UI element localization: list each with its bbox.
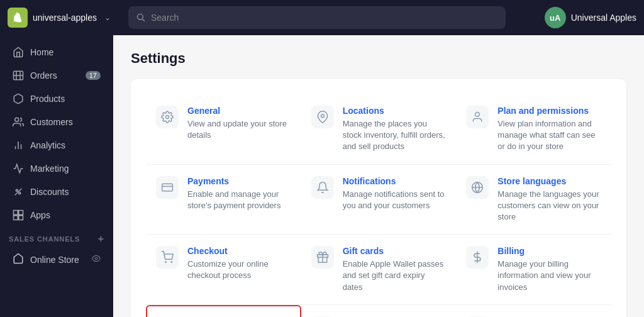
- sidebar-item-discounts-label: Discounts: [30, 187, 69, 197]
- settings-item-checkout: Checkout Customize your online checkout …: [146, 235, 301, 305]
- analytics-icon: [13, 140, 24, 151]
- user-area: uA Universal Apples: [545, 7, 636, 28]
- store-languages-text: Store languages Manage the languages you…: [497, 176, 601, 223]
- sidebar-item-products[interactable]: Products: [4, 87, 109, 110]
- sidebar-item-analytics[interactable]: Analytics: [4, 134, 109, 157]
- settings-item-notifications: Notifications Manage notifications sent …: [301, 165, 457, 235]
- eye-icon[interactable]: [92, 254, 101, 265]
- svg-point-10: [16, 189, 18, 191]
- svg-rect-21: [162, 184, 173, 191]
- settings-item-payments: Payments Enable and manage your store's …: [146, 165, 301, 235]
- svg-point-18: [166, 116, 169, 119]
- shopify-logo: [8, 8, 28, 28]
- general-icon: [156, 106, 179, 128]
- sidebar-item-apps-label: Apps: [30, 210, 50, 220]
- orders-icon: [13, 70, 24, 81]
- sidebar-item-apps[interactable]: Apps: [4, 204, 109, 226]
- svg-point-26: [171, 262, 172, 263]
- billing-title[interactable]: Billing: [497, 246, 601, 256]
- plan-permissions-text: Plan and permissions View plan informati…: [497, 106, 601, 153]
- settings-item-legal: Legal Manage your store's legal pages: [456, 305, 611, 317]
- billing-desc: Manage your billing information and view…: [497, 259, 601, 293]
- notifications-icon: [311, 176, 334, 199]
- home-icon: [13, 47, 24, 58]
- page-title: Settings: [131, 50, 626, 67]
- settings-item-plan-permissions: Plan and permissions View plan informati…: [456, 94, 611, 165]
- settings-item-locations: Locations Manage the places you stock in…: [301, 94, 457, 165]
- search-bar[interactable]: [128, 6, 506, 29]
- sales-channels-label: SALES CHANNELS: [9, 235, 80, 243]
- svg-rect-16: [19, 216, 23, 220]
- sidebar-item-marketing[interactable]: Marketing: [4, 157, 109, 180]
- payments-title[interactable]: Payments: [187, 176, 291, 186]
- general-text: General View and update your store detai…: [187, 106, 291, 141]
- sidebar-item-online-store[interactable]: Online Store: [4, 248, 109, 271]
- settings-item-gift-cards: Gift cards Enable Apple Wallet passes an…: [301, 235, 457, 305]
- gift-cards-icon: [311, 246, 334, 269]
- svg-point-11: [19, 192, 21, 194]
- products-icon: [13, 93, 24, 104]
- checkout-text: Checkout Customize your online checkout …: [187, 246, 291, 281]
- sidebar: Home Orders 17 Products Customers Anal: [0, 35, 113, 317]
- locations-icon: [311, 106, 334, 128]
- add-sales-channel-button[interactable]: +: [98, 233, 104, 245]
- payments-icon: [156, 176, 179, 199]
- apps-icon: [13, 209, 24, 221]
- notifications-desc: Manage notifications sent to you and you…: [343, 189, 447, 211]
- billing-icon: [466, 246, 489, 269]
- settings-item-shipping-delivery: Shipping and delivery Manage how you shi…: [146, 305, 301, 317]
- sidebar-item-discounts[interactable]: Discounts: [4, 181, 109, 203]
- store-switcher[interactable]: universal-apples ⌄: [8, 8, 121, 28]
- online-store-icon: [13, 253, 24, 266]
- svg-rect-13: [14, 211, 18, 215]
- locations-title[interactable]: Locations: [343, 106, 447, 116]
- settings-grid: General View and update your store detai…: [146, 94, 611, 317]
- store-languages-icon: [466, 176, 489, 199]
- plan-permissions-icon: [466, 106, 489, 128]
- notifications-text: Notifications Manage notifications sent …: [343, 176, 447, 211]
- sidebar-item-products-label: Products: [30, 94, 65, 104]
- general-title[interactable]: General: [187, 106, 291, 116]
- checkout-desc: Customize your online checkout process: [187, 259, 291, 281]
- settings-card: General View and update your store detai…: [131, 79, 626, 317]
- sales-channels-section: SALES CHANNELS +: [0, 227, 113, 247]
- plan-permissions-title[interactable]: Plan and permissions: [497, 106, 601, 116]
- sidebar-item-orders[interactable]: Orders 17: [4, 64, 109, 87]
- store-languages-title[interactable]: Store languages: [497, 176, 601, 186]
- store-name-label: universal-apples: [33, 13, 97, 23]
- search-input[interactable]: [151, 13, 498, 23]
- settings-item-general: General View and update your store detai…: [146, 94, 301, 165]
- sidebar-item-analytics-label: Analytics: [30, 140, 65, 150]
- discounts-icon: [13, 186, 24, 197]
- settings-item-billing: Billing Manage your billing information …: [456, 235, 611, 305]
- locations-text: Locations Manage the places you stock in…: [343, 106, 447, 153]
- checkout-icon: [156, 246, 179, 269]
- gift-cards-title[interactable]: Gift cards: [343, 246, 447, 256]
- notifications-title[interactable]: Notifications: [343, 176, 447, 186]
- sidebar-item-marketing-label: Marketing: [30, 164, 69, 174]
- store-languages-desc: Manage the languages your customers can …: [497, 189, 601, 223]
- sidebar-item-orders-label: Orders: [30, 70, 57, 81]
- svg-point-17: [95, 257, 97, 260]
- svg-line-1: [142, 19, 145, 21]
- gift-cards-desc: Enable Apple Wallet passes and set gift …: [343, 259, 447, 293]
- store-chevron-icon[interactable]: ⌄: [104, 13, 111, 22]
- user-name-label: Universal Apples: [571, 13, 636, 23]
- topbar: universal-apples ⌄ uA Universal Apples: [0, 0, 644, 35]
- sidebar-item-customers[interactable]: Customers: [4, 111, 109, 133]
- sidebar-item-home-label: Home: [30, 47, 53, 57]
- sidebar-item-home[interactable]: Home: [4, 41, 109, 64]
- svg-point-20: [475, 113, 480, 117]
- avatar: uA: [545, 7, 566, 28]
- main-content: Settings General View and update your st…: [113, 35, 644, 317]
- svg-point-19: [321, 114, 324, 118]
- svg-point-6: [15, 118, 19, 121]
- customers-icon: [13, 116, 24, 128]
- search-icon: [136, 13, 146, 23]
- gift-cards-text: Gift cards Enable Apple Wallet passes an…: [343, 246, 447, 293]
- billing-text: Billing Manage your billing information …: [497, 246, 601, 293]
- online-store-label: Online Store: [30, 255, 79, 265]
- checkout-title[interactable]: Checkout: [187, 246, 291, 256]
- svg-rect-14: [19, 211, 23, 215]
- sidebar-item-customers-label: Customers: [30, 117, 73, 127]
